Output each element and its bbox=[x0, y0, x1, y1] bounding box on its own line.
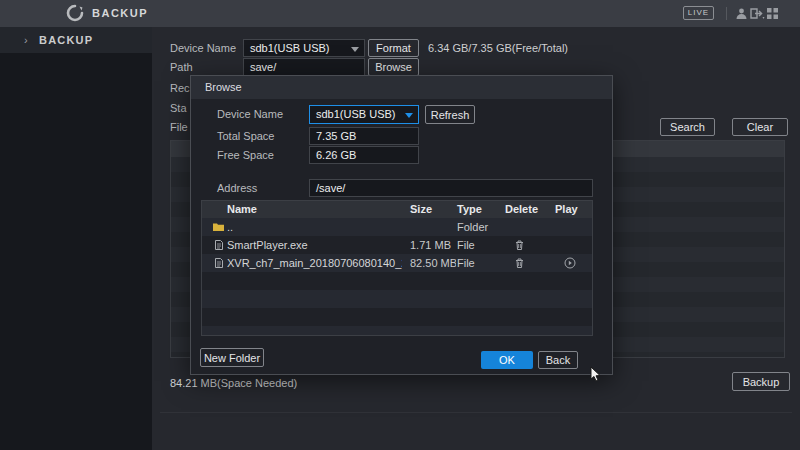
play-icon[interactable] bbox=[564, 257, 576, 269]
record-label-clipped: Rec bbox=[170, 82, 190, 94]
device-name-value: sdb1(USB USB) bbox=[250, 42, 329, 54]
folder-icon bbox=[213, 222, 224, 231]
file-type: File bbox=[457, 254, 502, 272]
app-title: BACKUP bbox=[92, 7, 148, 19]
address-label: Address bbox=[217, 182, 257, 194]
browse-dialog: Browse Device Name sdb1(USB USB) Refresh… bbox=[190, 75, 613, 375]
file-size: 1.71 MB bbox=[410, 236, 456, 254]
user-icon[interactable] bbox=[736, 8, 747, 19]
sidebar-item-backup[interactable]: › BACKUP bbox=[0, 27, 152, 53]
sidebar: › BACKUP bbox=[0, 27, 152, 450]
col-play: Play bbox=[555, 201, 578, 218]
backup-button[interactable]: Backup bbox=[732, 372, 790, 391]
browse-button[interactable]: Browse bbox=[368, 58, 419, 76]
chevron-right-icon: › bbox=[24, 27, 28, 53]
total-space-label: Total Space bbox=[217, 130, 274, 142]
file-name: SmartPlayer.exe bbox=[227, 236, 402, 254]
mouse-cursor bbox=[590, 366, 602, 383]
col-size: Size bbox=[410, 201, 432, 218]
free-space-label: Free Space bbox=[217, 149, 274, 161]
col-name: Name bbox=[227, 201, 257, 218]
total-space-value: 7.35 GB bbox=[309, 127, 419, 145]
ok-button[interactable]: OK bbox=[481, 351, 533, 369]
grid-icon[interactable] bbox=[767, 8, 778, 19]
format-button[interactable]: Format bbox=[368, 39, 419, 57]
modal-device-name-label: Device Name bbox=[217, 108, 283, 120]
chevron-down-icon bbox=[405, 113, 413, 118]
logout-icon[interactable] bbox=[750, 8, 765, 19]
topbar-divider bbox=[726, 7, 727, 20]
modal-device-name-select[interactable]: sdb1(USB USB) bbox=[309, 105, 419, 124]
modal-device-name-value: sdb1(USB USB) bbox=[316, 108, 395, 120]
free-space-value: 6.26 GB bbox=[309, 146, 419, 164]
table-row-smartplayer[interactable]: SmartPlayer.exe 1.71 MB File bbox=[202, 236, 592, 254]
file-name: .. bbox=[227, 218, 402, 236]
table-row-xvr-file[interactable]: XVR_ch7_main_20180706080140_20180... 82.… bbox=[202, 254, 592, 272]
clear-button[interactable]: Clear bbox=[732, 118, 788, 136]
space-needed-text: 84.21 MB(Space Needed) bbox=[170, 377, 297, 389]
topbar: BACKUP LIVE bbox=[0, 0, 800, 27]
capacity-text: 6.34 GB/7.35 GB(Free/Total) bbox=[428, 42, 568, 54]
new-folder-button[interactable]: New Folder bbox=[200, 348, 264, 367]
path-input[interactable]: save/ bbox=[243, 58, 365, 76]
file-type: Folder bbox=[457, 218, 502, 236]
col-type: Type bbox=[457, 201, 482, 218]
delete-trash-icon[interactable] bbox=[515, 258, 524, 268]
address-input[interactable]: /save/ bbox=[309, 179, 593, 197]
live-button[interactable]: LIVE bbox=[683, 6, 714, 20]
path-label: Path bbox=[170, 61, 193, 73]
file-icon bbox=[215, 240, 223, 250]
file-size: 82.50 MB bbox=[410, 254, 456, 272]
refresh-button[interactable]: Refresh bbox=[425, 105, 475, 124]
logo-swirl-icon bbox=[66, 4, 84, 22]
table-row-parent-folder[interactable]: .. Folder bbox=[202, 218, 592, 236]
file-type: File bbox=[457, 236, 502, 254]
dialog-title: Browse bbox=[205, 81, 242, 93]
dialog-titlebar[interactable]: Browse bbox=[191, 76, 612, 99]
device-name-select[interactable]: sdb1(USB USB) bbox=[243, 39, 365, 57]
sidebar-item-label: BACKUP bbox=[39, 27, 93, 53]
start-label-clipped: Sta bbox=[170, 102, 187, 114]
modal-file-list-header: Name Size Type Delete Play bbox=[202, 201, 592, 218]
file-icon bbox=[215, 258, 223, 268]
file-label-clipped: File bbox=[170, 121, 188, 133]
file-name: XVR_ch7_main_20180706080140_20180... bbox=[227, 254, 402, 272]
search-button[interactable]: Search bbox=[660, 118, 715, 136]
col-delete: Delete bbox=[505, 201, 538, 218]
delete-trash-icon[interactable] bbox=[515, 240, 524, 250]
footer-divider bbox=[160, 412, 792, 413]
chevron-down-icon bbox=[351, 47, 359, 52]
empty-rows-stripes bbox=[202, 272, 592, 336]
back-button[interactable]: Back bbox=[538, 351, 578, 369]
device-name-label: Device Name bbox=[170, 42, 236, 54]
modal-file-list: Name Size Type Delete Play .. Folder Sma… bbox=[201, 200, 593, 336]
